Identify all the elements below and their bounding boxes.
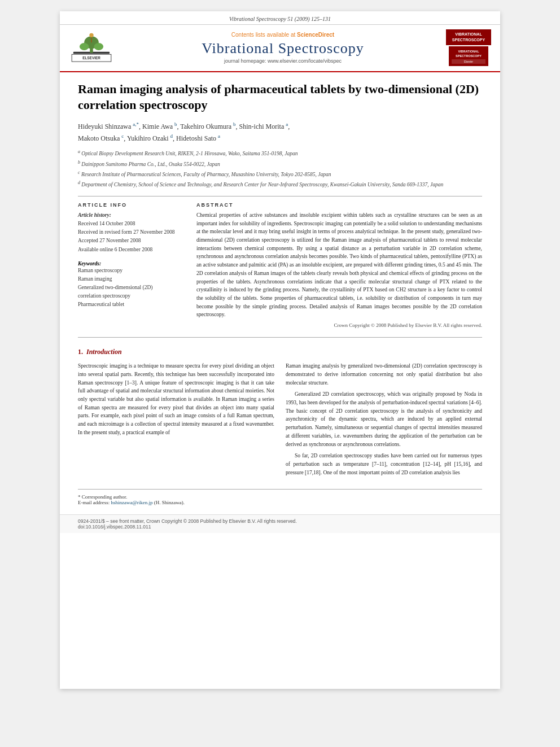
journal-logo-sub: VIBRATIONAL SPECTROSCOPY Elsevier <box>446 46 491 67</box>
intro-col-2: Raman imaging analysis by generalized tw… <box>286 362 482 480</box>
intro-col2-para-3: So far, 2D correlation spectroscopy stud… <box>286 452 482 477</box>
article-body: Raman imaging analysis of pharmaceutical… <box>60 72 500 515</box>
received-date: Received 14 October 2008 <box>78 220 185 228</box>
sciencedirect-link[interactable]: ScienceDirect <box>297 32 334 38</box>
intro-col2-para-2: Generalized 2D correlation spectroscopy,… <box>286 390 482 448</box>
article-info-abstract: ARTICLE INFO Article history: Received 1… <box>78 202 482 328</box>
intro-para-1: Spectroscopic imaging is a technique to … <box>78 362 274 436</box>
affiliation-b: b Dainippon Sumitomo Pharma Co., Ltd., O… <box>78 159 482 168</box>
svg-text:Elsevier: Elsevier <box>464 60 474 63</box>
intro-body: Spectroscopic imaging is a technique to … <box>78 362 482 480</box>
intro-col2-para-1: Raman imaging analysis by generalized tw… <box>286 362 482 387</box>
journal-homepage: journal homepage: www.elsevier.com/locat… <box>120 58 446 64</box>
corresponding-author: * Corresponding author. <box>78 494 482 500</box>
journal-title: Vibrational Spectroscopy <box>120 40 446 57</box>
intro-heading: 1. Introduction <box>78 348 482 356</box>
journal-banner: ELSEVIER Contents lists available at Sci… <box>60 25 500 72</box>
svg-point-4 <box>94 43 104 50</box>
journal-citation: Vibrational Spectroscopy 51 (2009) 125–1… <box>229 16 331 22</box>
abstract-heading: ABSTRACT <box>196 202 482 208</box>
available-date: Available online 6 December 2008 <box>78 246 185 254</box>
journal-info: Vibrational Spectroscopy 51 (2009) 125–1… <box>60 11 500 25</box>
email-line: E-mail address: hshinzawa@riken.jp (H. S… <box>78 500 482 505</box>
intro-col-1: Spectroscopic imaging is a technique to … <box>78 362 274 480</box>
email-label: E-mail address: <box>78 500 110 505</box>
sciencedirect-label: Contents lists available at ScienceDirec… <box>120 32 446 38</box>
accepted-date: Accepted 27 November 2008 <box>78 237 185 245</box>
footnote-area: * Corresponding author. E-mail address: … <box>78 489 482 505</box>
authors-line: Hideyuki Shinzawa a,*, Kimie Awa b, Take… <box>78 120 482 144</box>
footer-line1: 0924-2031/$ – see front matter, Crown Co… <box>78 518 482 524</box>
abstract-copyright: Crown Copyright © 2008 Published by Else… <box>196 322 482 328</box>
journal-logo-right: VIBRATIONALSPECTROSCOPY VIBRATIONAL SPEC… <box>446 29 491 67</box>
keywords-block: Keywords: Raman spectroscopy Raman imagi… <box>78 261 185 309</box>
article-info-heading: ARTICLE INFO <box>78 202 185 208</box>
affiliation-a: a Optical Biopsy Development Research Un… <box>78 148 482 158</box>
abstract-col: ABSTRACT Chemical properties of active s… <box>196 202 482 328</box>
affiliations: a Optical Biopsy Development Research Un… <box>78 148 482 189</box>
article-divider-1 <box>78 196 482 196</box>
page: Vibrational Spectroscopy 51 (2009) 125–1… <box>60 11 500 689</box>
abstract-text: Chemical properties of active substances… <box>196 211 482 319</box>
affiliation-c: c Research Institute of Pharmaceutical S… <box>78 169 482 178</box>
elsevier-logo: ELSEVIER <box>69 31 120 64</box>
keywords-heading: Keywords: <box>78 261 185 267</box>
affiliation-d: d Department of Chemistry, School of Sci… <box>78 180 482 189</box>
footer: 0924-2031/$ – see front matter, Crown Co… <box>60 514 500 533</box>
elsevier-tree-icon: ELSEVIER <box>69 31 114 62</box>
keywords-list: Raman spectroscopy Raman imaging General… <box>78 267 185 309</box>
svg-text:ELSEVIER: ELSEVIER <box>82 56 100 60</box>
article-title: Raman imaging analysis of pharmaceutical… <box>78 81 482 113</box>
journal-logo-box: VIBRATIONALSPECTROSCOPY <box>446 29 491 45</box>
article-history-heading: Article history: <box>78 211 185 220</box>
journal-center: Contents lists available at ScienceDirec… <box>120 32 446 64</box>
contents-available-label: Contents lists available at <box>231 32 295 38</box>
svg-text:VIBRATIONAL: VIBRATIONAL <box>458 50 479 53</box>
svg-point-5 <box>89 33 93 37</box>
article-info-col: ARTICLE INFO Article history: Received 1… <box>78 202 185 328</box>
article-history: Article history: Received 14 October 200… <box>78 211 185 254</box>
footer-line2: doi:10.1016/j.vibspec.2008.11.011 <box>78 524 482 530</box>
email-name: (H. Shinzawa). <box>154 500 185 505</box>
introduction-section: 1. Introduction Spectroscopic imaging is… <box>78 348 482 480</box>
revised-date: Received in revised form 27 November 200… <box>78 228 185 237</box>
email-address[interactable]: hshinzawa@riken.jp <box>111 500 152 505</box>
svg-point-3 <box>80 43 89 50</box>
article-divider-2 <box>78 337 482 338</box>
svg-text:SPECTROSCOPY: SPECTROSCOPY <box>456 54 482 58</box>
